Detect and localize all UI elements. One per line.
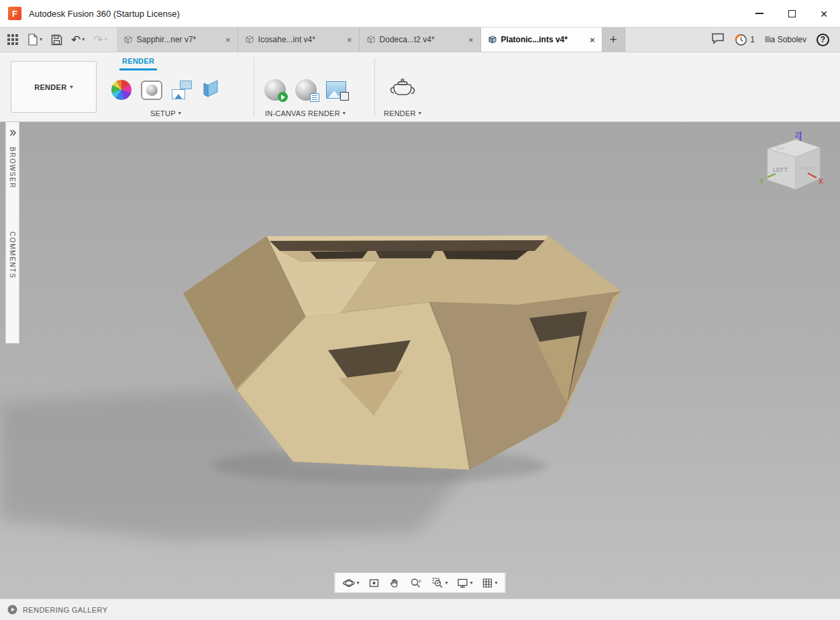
app-grid-menu-button[interactable] bbox=[7, 34, 19, 46]
decal-icon[interactable] bbox=[172, 81, 192, 99]
tab-close-icon[interactable]: × bbox=[468, 36, 474, 44]
pan-button[interactable] bbox=[386, 577, 403, 589]
setup-group-dropdown[interactable]: SETUP ▾ bbox=[150, 109, 181, 117]
in-canvas-render-settings-icon[interactable] bbox=[295, 79, 317, 101]
in-canvas-render-dropdown[interactable]: IN-CANVAS RENDER ▾ bbox=[265, 109, 346, 117]
dropdown-caret-icon: ▾ bbox=[70, 85, 72, 90]
viewcube-right-label: FRONT bbox=[800, 166, 817, 171]
expand-panel-arrow-icon[interactable] bbox=[9, 127, 16, 139]
document-tab-label: Sapphir...ner v7* bbox=[137, 35, 221, 44]
render-teapot-icon[interactable] bbox=[387, 76, 418, 103]
ribbon: RENDER ▾ RENDER SETUP ▾ IN-CANVAS RENDER… bbox=[0, 52, 840, 122]
dropdown-caret-icon: ▾ bbox=[40, 37, 42, 42]
ribbon-tab-render[interactable]: RENDER bbox=[119, 55, 157, 70]
pan-hand-icon bbox=[388, 577, 401, 589]
dropdown-caret-icon: ▾ bbox=[82, 37, 85, 42]
ribbon-divider bbox=[374, 58, 375, 117]
collapsed-panel-strip: BROWSER COMMENTS bbox=[5, 122, 19, 344]
undo-button[interactable]: ↶ ▾ bbox=[71, 34, 85, 46]
orbit-icon bbox=[342, 577, 355, 589]
zoom-window-button[interactable]: ▾ bbox=[429, 577, 450, 589]
play-badge-icon bbox=[278, 92, 288, 102]
appearance-wheel-icon[interactable] bbox=[111, 80, 132, 100]
gallery-status-icon bbox=[7, 605, 17, 615]
ribbon-group-setup: SETUP ▾ bbox=[111, 72, 220, 117]
user-account-button[interactable]: Ilia Sobolev bbox=[765, 35, 806, 44]
tab-close-icon[interactable]: × bbox=[225, 36, 231, 44]
toolbar-row: ▾ ↶ ▾ ↷ ▾ Sapphir...ner v7* × Icosahe...… bbox=[0, 27, 840, 52]
document-tabs: Sapphir...ner v7* × Icosahe...int v4* × … bbox=[117, 28, 625, 52]
document-cube-icon bbox=[366, 35, 376, 44]
save-icon bbox=[51, 34, 62, 46]
display-settings-icon bbox=[457, 577, 469, 589]
toolbar-right-cluster: 1 Ilia Sobolev ? bbox=[700, 28, 840, 52]
sphere-glyph bbox=[146, 85, 158, 96]
fusion-logo-icon: F bbox=[8, 7, 21, 20]
ribbon-group-in-canvas: IN-CANVAS RENDER ▾ bbox=[264, 72, 346, 117]
zoom-icon: ± bbox=[409, 577, 423, 589]
window-controls: × bbox=[743, 0, 840, 27]
document-tab-2[interactable]: Icosahe...int v4* × bbox=[238, 28, 360, 52]
minimize-button[interactable] bbox=[743, 0, 776, 27]
texture-map-controls-icon[interactable] bbox=[201, 79, 220, 101]
zoom-button[interactable]: ± bbox=[407, 577, 425, 589]
setup-group-label: SETUP bbox=[150, 109, 176, 117]
tab-close-icon[interactable]: × bbox=[590, 36, 595, 44]
help-button[interactable]: ? bbox=[817, 34, 829, 46]
dropdown-caret-icon: ▾ bbox=[445, 580, 448, 586]
comment-bubble-icon bbox=[711, 32, 725, 44]
grid-layout-button[interactable]: ▾ bbox=[479, 577, 501, 589]
capture-image-icon[interactable] bbox=[326, 81, 346, 99]
document-tab-label: Dodeca...t2 v4* bbox=[380, 35, 464, 44]
save-button[interactable] bbox=[51, 34, 62, 46]
tab-close-icon[interactable]: × bbox=[347, 36, 352, 44]
comments-button[interactable] bbox=[711, 32, 725, 47]
comments-panel-tab[interactable]: COMMENTS bbox=[9, 231, 16, 278]
x-axis-label: X bbox=[819, 178, 823, 185]
render-group-label: RENDER bbox=[384, 109, 416, 117]
dropdown-caret-icon: ▾ bbox=[343, 111, 346, 116]
document-cube-icon bbox=[245, 35, 254, 44]
browser-panel-tab[interactable]: BROWSER bbox=[9, 147, 16, 189]
dropdown-caret-icon: ▾ bbox=[419, 111, 421, 116]
scene-settings-icon[interactable] bbox=[141, 81, 162, 100]
viewport-canvas[interactable]: BROWSER COMMENTS TOP LEFT FRONT Z X Y ▾ bbox=[0, 122, 840, 599]
workspace-selector[interactable]: RENDER ▾ bbox=[11, 61, 97, 113]
undo-icon: ↶ bbox=[71, 34, 81, 46]
ribbon-group-render: RENDER ▾ bbox=[384, 72, 421, 117]
file-icon bbox=[28, 34, 38, 46]
file-menu-button[interactable]: ▾ bbox=[28, 34, 42, 46]
document-tab-3[interactable]: Dodeca...t2 v4* × bbox=[360, 28, 481, 52]
new-tab-button[interactable]: + bbox=[602, 28, 625, 52]
notification-count: 1 bbox=[750, 35, 755, 44]
display-settings-button[interactable]: ▾ bbox=[454, 577, 476, 589]
3d-model-scene bbox=[0, 122, 840, 599]
redo-icon: ↷ bbox=[93, 34, 103, 46]
dropdown-caret-icon: ▾ bbox=[470, 580, 473, 586]
orbit-button[interactable]: ▾ bbox=[339, 577, 362, 589]
close-button[interactable]: × bbox=[808, 0, 840, 27]
view-cube[interactable]: TOP LEFT FRONT Z X Y bbox=[747, 129, 828, 199]
look-at-button[interactable] bbox=[365, 577, 382, 589]
floppy-badge-icon bbox=[340, 92, 349, 101]
rendering-gallery-button[interactable]: RENDERING GALLERY bbox=[7, 605, 107, 615]
grid-icon bbox=[482, 577, 494, 589]
document-cube-icon bbox=[488, 35, 497, 44]
close-icon: × bbox=[820, 7, 827, 20]
job-status-clock-icon bbox=[735, 34, 747, 46]
y-axis-label: Y bbox=[759, 178, 764, 185]
workspace-label: RENDER bbox=[34, 83, 66, 91]
render-group-dropdown[interactable]: RENDER ▾ bbox=[384, 109, 421, 117]
document-tab-4-active[interactable]: Platonic...ints v4* × bbox=[481, 28, 602, 52]
zoom-window-icon bbox=[431, 577, 443, 589]
minimize-icon bbox=[755, 13, 764, 14]
maximize-button[interactable] bbox=[776, 0, 808, 27]
dropdown-caret-icon: ▾ bbox=[495, 580, 498, 586]
document-tab-1[interactable]: Sapphir...ner v7* × bbox=[117, 28, 238, 52]
viewcube-face-label: LEFT bbox=[773, 166, 788, 173]
job-status-button[interactable]: 1 bbox=[735, 34, 755, 46]
in-canvas-render-icon[interactable] bbox=[264, 79, 286, 101]
redo-button[interactable]: ↷ ▾ bbox=[93, 34, 107, 46]
dropdown-caret-icon: ▾ bbox=[105, 37, 107, 42]
document-tab-label: Platonic...ints v4* bbox=[501, 35, 586, 44]
